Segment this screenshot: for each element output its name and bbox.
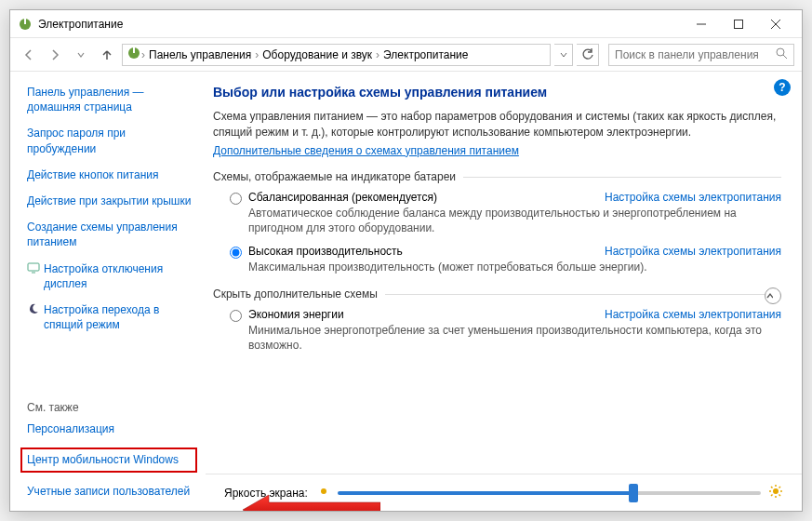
maximize-button[interactable] (720, 11, 757, 37)
address-dropdown[interactable] (554, 44, 573, 66)
breadcrumb-item[interactable]: Оборудование и звук (259, 48, 376, 61)
plan-description: Минимальное энергопотребление за счет ум… (248, 323, 781, 353)
intro-text: Схема управления питанием — это набор па… (213, 109, 781, 140)
collapse-icon[interactable] (765, 287, 781, 304)
see-also-link[interactable]: Персонализация (27, 421, 114, 436)
svg-line-19 (779, 495, 781, 497)
svg-line-20 (771, 495, 773, 497)
sidebar-link[interactable]: Создание схемы управления питанием (27, 220, 194, 249)
plan-settings-link[interactable]: Настройка схемы электропитания (605, 245, 781, 258)
svg-point-12 (321, 488, 326, 494)
plan-name[interactable]: Высокая производительность (248, 245, 403, 258)
plan-name[interactable]: Экономия энергии (248, 308, 344, 321)
svg-rect-1 (24, 19, 26, 24)
sidebar-link[interactable]: Настройка отключения дисплея (44, 261, 194, 291)
sidebar-link[interactable]: Настройка перехода в спящий режим (44, 302, 194, 332)
sidebar-link[interactable]: Действие при закрытии крышки (27, 194, 191, 208)
plan-description: Максимальная производительность (может п… (248, 260, 781, 274)
brightness-slider[interactable] (338, 491, 761, 495)
plan-name[interactable]: Сбалансированная (рекомендуется) (248, 191, 437, 204)
power-plan-high-performance: Высокая производительность Настройка схе… (230, 245, 781, 274)
sidebar-link[interactable]: Запрос пароля при пробуждении (27, 126, 194, 155)
see-also-link-mobility[interactable]: Центр мобильности Windows (27, 452, 179, 467)
svg-line-9 (783, 55, 787, 59)
content-area: ? Панель управления — домашняя страница … (10, 72, 802, 511)
power-plan-balanced: Сбалансированная (рекомендуется) Настрой… (230, 191, 781, 235)
svg-rect-3 (735, 20, 743, 28)
sidebar-link[interactable]: Действие кнопок питания (27, 167, 158, 182)
display-icon (27, 261, 40, 277)
brightness-low-icon (317, 485, 330, 501)
moon-icon (27, 302, 40, 318)
breadcrumb-item[interactable]: Панель управления (145, 48, 255, 61)
svg-line-21 (779, 487, 781, 488)
window-title: Электропитание (38, 18, 683, 31)
svg-rect-10 (28, 263, 39, 271)
search-input[interactable] (615, 48, 775, 61)
svg-rect-7 (133, 47, 135, 53)
refresh-button[interactable] (577, 44, 599, 66)
section-battery-plans: Схемы, отображаемые на индикаторе батаре… (213, 170, 781, 183)
search-box[interactable] (608, 44, 794, 66)
see-also-link[interactable]: Учетные записи пользователей (27, 484, 190, 499)
plan-settings-link[interactable]: Настройка схемы электропитания (605, 308, 781, 321)
minimize-button[interactable] (683, 11, 720, 37)
control-panel-window: Электропитание › Панель управления › Обо… (9, 9, 803, 512)
breadcrumb-item[interactable]: Электропитание (379, 48, 472, 61)
forward-button[interactable] (44, 44, 66, 66)
plan-radio[interactable] (230, 247, 242, 259)
power-plan-saver: Экономия энергии Настройка схемы электро… (230, 308, 781, 353)
plan-radio[interactable] (230, 310, 242, 322)
svg-point-8 (777, 48, 784, 56)
brightness-high-icon (768, 484, 783, 501)
section-extra-plans[interactable]: Скрыть дополнительные схемы (213, 287, 781, 301)
search-icon[interactable] (775, 47, 788, 63)
brightness-bar: Яркость экрана: (206, 474, 802, 511)
breadcrumb-icon (126, 46, 141, 63)
breadcrumb[interactable]: › Панель управления › Оборудование и зву… (122, 44, 551, 66)
svg-line-18 (771, 487, 773, 488)
main-panel: Выбор или настройка схемы управления пит… (206, 72, 802, 511)
slider-thumb[interactable] (629, 484, 638, 502)
up-button[interactable] (96, 44, 118, 66)
address-bar: › Панель управления › Оборудование и зву… (10, 38, 802, 72)
svg-point-13 (773, 488, 779, 494)
back-button[interactable] (18, 44, 40, 66)
titlebar: Электропитание (10, 10, 802, 38)
see-also-heading: См. также (27, 401, 194, 414)
plan-settings-link[interactable]: Настройка схемы электропитания (605, 191, 781, 204)
close-button[interactable] (757, 11, 794, 37)
page-heading: Выбор или настройка схемы управления пит… (213, 85, 781, 100)
plan-description: Автоматическое соблюдение баланса между … (248, 206, 781, 235)
learn-more-link[interactable]: Дополнительные сведения о схемах управле… (213, 144, 519, 157)
brightness-label: Яркость экрана: (224, 487, 308, 500)
highlighted-link-box: Центр мобильности Windows (20, 448, 197, 472)
plan-radio[interactable] (230, 193, 242, 205)
app-icon (18, 17, 33, 32)
recent-dropdown[interactable] (70, 44, 92, 66)
sidebar: Панель управления — домашняя страница За… (10, 72, 206, 511)
sidebar-home-link[interactable]: Панель управления — домашняя страница (27, 85, 194, 114)
